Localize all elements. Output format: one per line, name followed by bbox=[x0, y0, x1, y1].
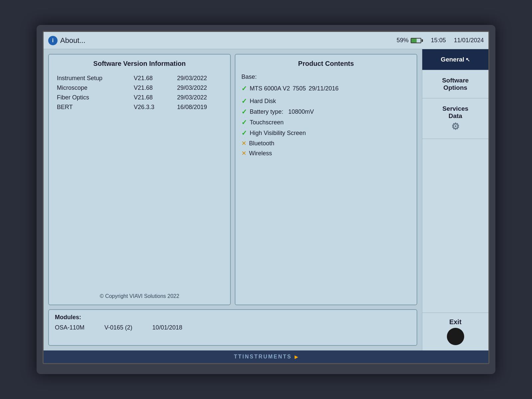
sidebar-btn-services[interactable]: ServicesData ⚙ bbox=[422, 98, 488, 139]
modules-label: Modules: bbox=[55, 314, 411, 321]
version-name: Fiber Optics bbox=[55, 93, 132, 102]
main-area: Software Version Information Instrument … bbox=[44, 49, 488, 350]
copyright-text: © Copyright VIAVI Solutions 2022 bbox=[55, 289, 224, 299]
product-item-label: High Visibility Screen bbox=[250, 130, 306, 137]
product-item-label: Wireless bbox=[249, 150, 272, 157]
triangle-icon: ▶ bbox=[295, 354, 298, 359]
sidebar-btn-general[interactable]: General↖ bbox=[422, 49, 488, 70]
cursor-icon: ↖ bbox=[466, 57, 470, 63]
time-display: 15:05 bbox=[431, 37, 446, 44]
base-label: Base: bbox=[241, 73, 411, 80]
info-icon: i bbox=[48, 36, 58, 45]
sidebar-spacer bbox=[422, 139, 488, 313]
title-left: i About... bbox=[48, 36, 85, 45]
sidebar-btn-software[interactable]: SoftwareOptions bbox=[422, 70, 488, 98]
battery-icon bbox=[411, 38, 423, 43]
check-icon: ✓ bbox=[241, 118, 247, 126]
product-item: ✓High Visibility Screen bbox=[241, 128, 411, 138]
software-panel-title: Software Version Information bbox=[55, 60, 224, 67]
x-icon: ✕ bbox=[241, 150, 246, 157]
version-name: Instrument Setup bbox=[55, 73, 132, 83]
check-icon: ✓ bbox=[241, 129, 247, 137]
mts-row: ✓ MTS 6000A V2 7505 29/11/2016 bbox=[241, 83, 411, 96]
version-date: 29/03/2022 bbox=[175, 73, 224, 83]
title-right: 59% 15:05 11/01/2024 bbox=[397, 37, 484, 44]
check-icon: ✓ bbox=[241, 108, 247, 116]
battery-percent: 59% bbox=[397, 37, 409, 44]
upper-row: Software Version Information Instrument … bbox=[48, 54, 417, 305]
exit-label: Exit bbox=[449, 318, 462, 326]
module-version: V-0165 (2) bbox=[104, 324, 132, 331]
product-item-label: Touchscreen bbox=[250, 119, 284, 126]
sidebar-btn-exit[interactable]: Exit bbox=[422, 313, 488, 350]
x-icon: ✕ bbox=[241, 140, 246, 147]
product-item: ✕Wireless bbox=[241, 148, 411, 158]
version-date: 29/03/2022 bbox=[175, 83, 224, 93]
mts-date: 29/11/2016 bbox=[309, 85, 338, 92]
version-number: V21.68 bbox=[132, 73, 175, 83]
version-number: V21.68 bbox=[132, 93, 175, 102]
version-row: BERT V26.3.3 16/08/2019 bbox=[55, 102, 224, 112]
modules-panel: Modules: OSA-110M V-0165 (2) 10/01/2018 bbox=[48, 309, 417, 346]
version-date: 29/03/2022 bbox=[175, 93, 224, 102]
sidebar: General↖ SoftwareOptions ServicesData ⚙ … bbox=[422, 49, 488, 350]
mts-model: MTS 6000A V2 bbox=[250, 85, 290, 92]
product-contents-panel: Product Contents Base: ✓ MTS 6000A V2 75… bbox=[235, 54, 417, 305]
device-frame: i About... 59% 15:05 11/01/2024 bbox=[37, 25, 495, 374]
product-panel-title: Product Contents bbox=[241, 60, 411, 67]
product-item-label: Bluetooth bbox=[249, 140, 274, 147]
battery-fill bbox=[411, 39, 417, 43]
battery-tip bbox=[422, 39, 423, 42]
version-number: V26.3.3 bbox=[132, 102, 175, 112]
module-row: OSA-110M V-0165 (2) 10/01/2018 bbox=[55, 324, 411, 332]
product-item: ✓Touchscreen bbox=[241, 117, 411, 128]
product-item-label: Hard Disk bbox=[250, 98, 276, 105]
content-area: Software Version Information Instrument … bbox=[44, 49, 422, 350]
exit-circle-icon bbox=[447, 328, 464, 345]
services-icon: ⚙ bbox=[451, 121, 460, 132]
bottom-bar: TTINSTRUMENTS ▶ bbox=[44, 350, 488, 363]
version-row: Microscope V21.68 29/03/2022 bbox=[55, 83, 224, 93]
modules-rows: OSA-110M V-0165 (2) 10/01/2018 bbox=[55, 324, 411, 332]
services-label: ServicesData bbox=[442, 105, 468, 120]
product-item: ✓Battery type: 10800mV bbox=[241, 106, 411, 117]
check-icon: ✓ bbox=[241, 97, 247, 105]
product-item-label: Battery type: 10800mV bbox=[250, 108, 314, 115]
version-name: BERT bbox=[55, 102, 132, 112]
module-date: 10/01/2018 bbox=[152, 324, 182, 331]
version-row: Fiber Optics V21.68 29/03/2022 bbox=[55, 93, 224, 102]
battery-area: 59% bbox=[397, 37, 423, 44]
version-date: 16/08/2019 bbox=[175, 102, 224, 112]
title-bar: i About... 59% 15:05 11/01/2024 bbox=[44, 32, 488, 49]
mts-code: 7505 bbox=[293, 85, 306, 92]
version-table: Instrument Setup V21.68 29/03/2022 Micro… bbox=[55, 73, 224, 112]
product-item: ✕Bluetooth bbox=[241, 138, 411, 148]
bottom-label: TTINSTRUMENTS bbox=[234, 354, 292, 360]
page-title: About... bbox=[60, 36, 85, 45]
screen: i About... 59% 15:05 11/01/2024 bbox=[43, 31, 489, 364]
date-display: 11/01/2024 bbox=[454, 37, 484, 44]
battery-body bbox=[411, 38, 421, 43]
version-name: Microscope bbox=[55, 83, 132, 93]
mts-check-icon: ✓ bbox=[241, 84, 247, 92]
module-name: OSA-110M bbox=[55, 324, 84, 331]
software-version-panel: Software Version Information Instrument … bbox=[48, 54, 231, 305]
product-item: ✓Hard Disk bbox=[241, 96, 411, 106]
version-row: Instrument Setup V21.68 29/03/2022 bbox=[55, 73, 224, 83]
version-number: V21.68 bbox=[132, 83, 175, 93]
product-items: ✓Hard Disk✓Battery type: 10800mV✓Touchsc… bbox=[241, 96, 411, 158]
